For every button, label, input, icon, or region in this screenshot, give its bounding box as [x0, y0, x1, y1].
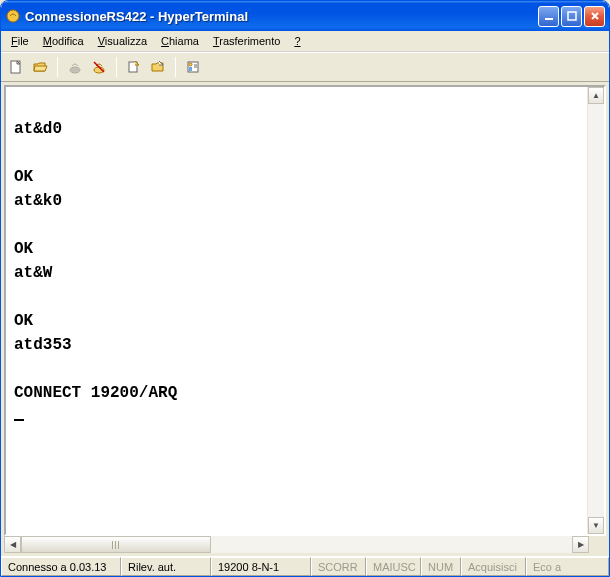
app-window: ConnessioneRS422 - HyperTerminal File Mo…: [0, 0, 610, 577]
toolbar-separator: [57, 57, 58, 77]
scroll-right-arrow[interactable]: ▶: [572, 536, 589, 553]
connect-button[interactable]: [64, 56, 86, 78]
svg-point-4: [70, 67, 80, 73]
terminal-frame: at&d0 OK at&k0 OK at&W OK atd353 CONNECT…: [4, 85, 606, 536]
menubar: File Modifica Visualizza Chiama Trasferi…: [1, 31, 609, 52]
status-speed: 19200 8-N-1: [211, 557, 311, 576]
menu-chiama[interactable]: Chiama: [155, 33, 205, 49]
open-button[interactable]: [29, 56, 51, 78]
menu-visualizza[interactable]: Visualizza: [92, 33, 153, 49]
menu-modifica[interactable]: Modifica: [37, 33, 90, 49]
scroll-up-arrow[interactable]: ▲: [588, 87, 604, 104]
horizontal-scrollbar[interactable]: ◀ ▶: [4, 536, 606, 553]
svg-point-10: [189, 63, 192, 66]
svg-rect-9: [189, 67, 192, 71]
minimize-button[interactable]: [538, 6, 559, 27]
send-button[interactable]: [123, 56, 145, 78]
properties-button[interactable]: [182, 56, 204, 78]
status-scroll: SCORR: [311, 557, 366, 576]
maximize-button[interactable]: [561, 6, 582, 27]
hscroll-thumb[interactable]: [21, 536, 211, 553]
toolbar: [1, 52, 609, 82]
statusbar: Connesso a 0.03.13 Rilev. aut. 19200 8-N…: [1, 556, 609, 576]
titlebar[interactable]: ConnessioneRS422 - HyperTerminal: [1, 1, 609, 31]
scroll-corner: [589, 536, 606, 553]
client-area: at&d0 OK at&k0 OK at&W OK atd353 CONNECT…: [4, 85, 606, 553]
new-button[interactable]: [5, 56, 27, 78]
status-detect: Rilev. aut.: [121, 557, 211, 576]
menu-help[interactable]: ?: [288, 33, 306, 49]
toolbar-separator: [116, 57, 117, 77]
scroll-down-arrow[interactable]: ▼: [588, 517, 604, 534]
svg-rect-2: [568, 12, 576, 20]
disconnect-button[interactable]: [88, 56, 110, 78]
app-icon: [5, 8, 21, 24]
cursor: [14, 419, 24, 421]
status-caps: MAIUSC: [366, 557, 421, 576]
status-capture: Acquisisci: [461, 557, 526, 576]
status-connection: Connesso a 0.03.13: [1, 557, 121, 576]
window-title: ConnessioneRS422 - HyperTerminal: [25, 9, 538, 24]
scroll-left-arrow[interactable]: ◀: [4, 536, 21, 553]
menu-file[interactable]: File: [5, 33, 35, 49]
hscroll-track[interactable]: [21, 536, 572, 553]
vertical-scrollbar[interactable]: ▲ ▼: [587, 87, 604, 534]
status-echo: Eco a: [526, 557, 609, 576]
close-button[interactable]: [584, 6, 605, 27]
receive-button[interactable]: [147, 56, 169, 78]
toolbar-separator: [175, 57, 176, 77]
svg-point-0: [7, 10, 19, 22]
scroll-track[interactable]: [588, 104, 604, 517]
svg-rect-1: [545, 18, 553, 20]
status-num: NUM: [421, 557, 461, 576]
window-buttons: [538, 6, 605, 27]
menu-trasferimento[interactable]: Trasferimento: [207, 33, 286, 49]
terminal-output[interactable]: at&d0 OK at&k0 OK at&W OK atd353 CONNECT…: [6, 87, 587, 534]
